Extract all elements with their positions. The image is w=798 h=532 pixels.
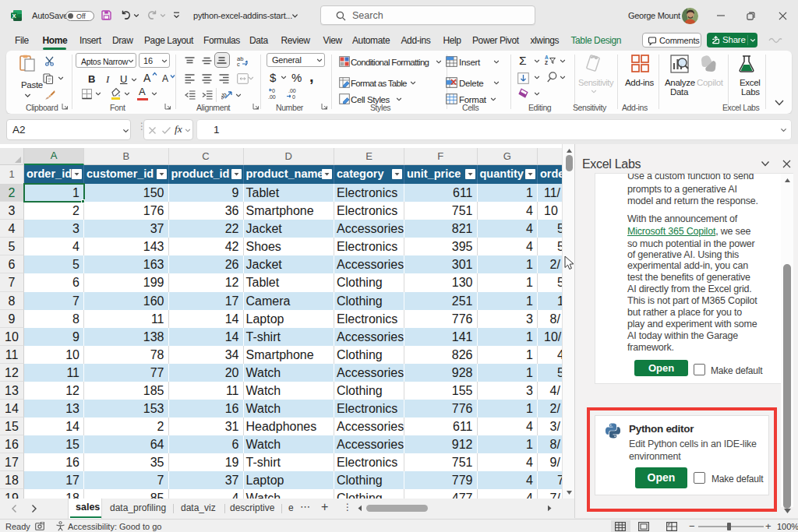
svg-text:0: 0 xyxy=(272,88,275,93)
svg-text:X: X xyxy=(12,12,16,19)
svg-text:c: c xyxy=(237,61,240,67)
svg-text:.00: .00 xyxy=(268,94,276,100)
svg-text:.00: .00 xyxy=(288,88,296,93)
svg-text:Z: Z xyxy=(545,60,548,65)
svg-text:0: 0 xyxy=(292,94,295,100)
